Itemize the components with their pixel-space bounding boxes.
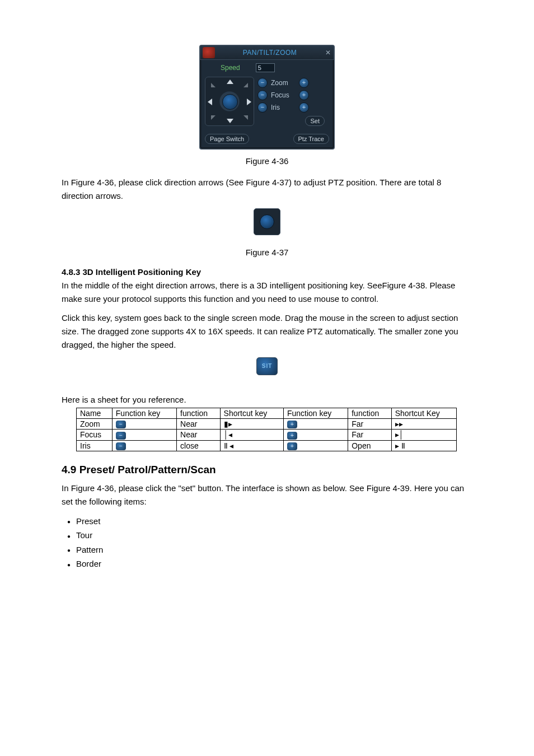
iris-minus-button[interactable]: −: [257, 102, 268, 113]
sheet-intro: Here is a sheet for you reference.: [62, 393, 472, 407]
dpad-center-button[interactable]: [222, 94, 238, 110]
figure-4-37-image: [254, 208, 280, 235]
list-item: Border: [62, 557, 472, 571]
arrow-right-icon[interactable]: [247, 99, 251, 105]
th-shortcut-1: Shortcut key: [220, 408, 283, 419]
list-item: Pattern: [62, 543, 472, 557]
th-function-1: function: [177, 408, 220, 419]
iris-plus-button[interactable]: +: [299, 102, 309, 113]
plus-icon: +: [287, 442, 297, 450]
ptz-title: PAN/TILT/ZOOM: [217, 49, 322, 57]
arrow-up-left-icon[interactable]: [211, 83, 216, 87]
arrow-up-right-icon[interactable]: [243, 83, 248, 87]
zoom-label: Zoom: [271, 79, 296, 87]
table-header-row: Name Function key function Shortcut key …: [77, 408, 457, 419]
th-function-key-2: Function key: [283, 408, 348, 419]
shortcut-icon: Ⅱ ◂: [220, 440, 283, 451]
list-item: Tour: [62, 528, 472, 543]
shortcut-icon: ▸│: [391, 430, 456, 440]
focus-minus-button[interactable]: −: [257, 90, 268, 100]
list-item: Preset: [62, 514, 472, 529]
cell-fn: close: [177, 440, 220, 451]
plus-icon: +: [287, 432, 297, 440]
focus-label: Focus: [271, 91, 296, 99]
focus-plus-button[interactable]: +: [299, 90, 309, 100]
shortcut-icon: ▸▸: [391, 419, 456, 430]
arrow-down-left-icon[interactable]: [211, 115, 216, 120]
section-4-9-intro: In Figure 4-36, please click the "set" b…: [62, 482, 472, 508]
table-row: Iris − close Ⅱ ◂ + Open ▸ Ⅱ: [77, 440, 457, 451]
minus-icon: −: [116, 421, 126, 428]
arrow-up-icon[interactable]: [227, 80, 233, 84]
th-function-key-1: Function key: [112, 408, 176, 419]
section-4-8-3-p1: In the middle of the eight direction arr…: [62, 279, 472, 306]
direction-pad: [205, 77, 254, 126]
cell-name: Zoom: [77, 419, 113, 430]
figure-4-36-caption: Figure 4-36: [62, 156, 472, 166]
section-4-9-heading: 4.9 Preset/ Patrol/Pattern/Scan: [62, 464, 472, 476]
app-logo-icon: [203, 47, 215, 58]
cell-fn: Far: [348, 419, 391, 430]
figure-4-37-caption: Figure 4-37: [62, 248, 472, 257]
section-4-8-3-p2: Click this key, system goes back to the …: [62, 311, 472, 352]
cell-fn: Open: [348, 440, 391, 451]
cell-fn: Near: [177, 419, 220, 430]
table-row: Focus − Near │◂ + Far ▸│: [77, 430, 457, 440]
zoom-minus-button[interactable]: −: [257, 78, 268, 88]
iris-label: Iris: [271, 104, 296, 111]
cell-name: Focus: [77, 430, 113, 440]
item-list: Preset Tour Pattern Border: [62, 514, 472, 571]
ptz-trace-button[interactable]: Ptz Trace: [293, 134, 329, 144]
ptz-controls: − Zoom + − Focus + − Iris + Set: [200, 74, 334, 134]
ptz-panel: PAN/TILT/ZOOM ✕ Speed − Zoom: [199, 45, 335, 150]
ptz-titlebar: PAN/TILT/ZOOM ✕: [200, 46, 334, 60]
arrow-down-right-icon[interactable]: [243, 115, 248, 120]
cell-fn: Near: [177, 430, 220, 440]
cell-name: Iris: [77, 440, 113, 451]
section-4-8-3-heading: 4.8.3 3D Intelligent Positioning Key: [62, 267, 472, 277]
speed-row: Speed: [200, 60, 334, 74]
minus-icon: −: [116, 432, 126, 440]
th-shortcut-2: Shortcut Key: [391, 408, 456, 419]
close-icon[interactable]: ✕: [322, 48, 334, 58]
cell-fn: Far: [348, 430, 391, 440]
paragraph-1: In Figure 4-36, please click direction a…: [62, 176, 472, 203]
shortcut-icon: │◂: [220, 430, 283, 440]
reference-table: Name Function key function Shortcut key …: [76, 408, 457, 451]
th-function-2: function: [348, 408, 391, 419]
th-name: Name: [77, 408, 113, 419]
sit-key-icon: SIT: [256, 357, 278, 375]
speed-input[interactable]: [256, 63, 275, 72]
zoom-focus-iris-group: − Zoom + − Focus + − Iris + Set: [257, 77, 329, 130]
arrow-left-icon[interactable]: [208, 99, 212, 105]
shortcut-icon: ▸ Ⅱ: [391, 440, 456, 451]
document-page: PAN/TILT/ZOOM ✕ Speed − Zoom: [0, 0, 534, 756]
zoom-plus-button[interactable]: +: [299, 78, 309, 88]
speed-label: Speed: [221, 64, 240, 72]
arrow-down-icon[interactable]: [227, 119, 233, 123]
page-switch-button[interactable]: Page Switch: [205, 134, 249, 144]
shortcut-icon: ▮▸: [220, 419, 283, 430]
plus-icon: +: [287, 421, 297, 428]
minus-icon: −: [116, 442, 126, 450]
set-button[interactable]: Set: [305, 116, 325, 126]
table-row: Zoom − Near ▮▸ + Far ▸▸: [77, 419, 457, 430]
